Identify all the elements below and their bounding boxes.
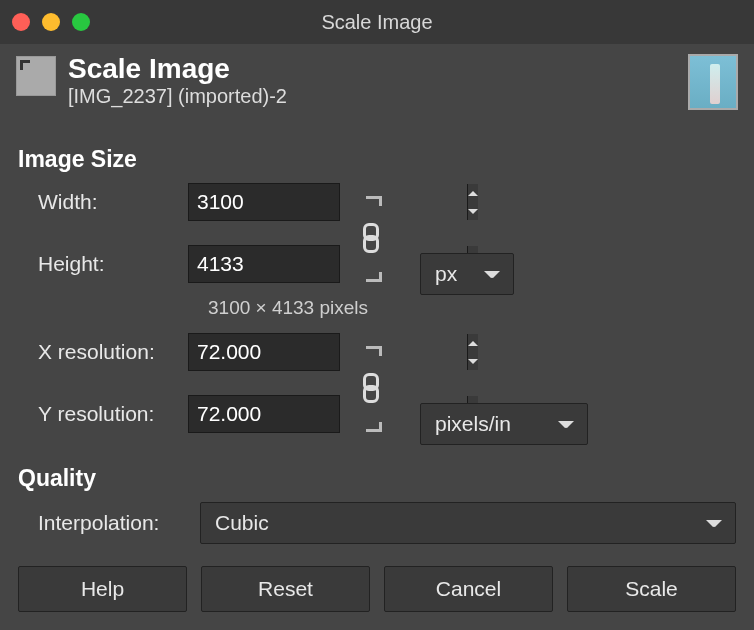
xres-label: X resolution: [18,340,188,364]
quality-heading: Quality [18,465,736,492]
titlebar: Scale Image [0,0,754,44]
interpolation-select[interactable]: Cubic [200,502,736,544]
dialog-footer: Help Reset Cancel Scale [18,566,736,612]
width-decrement-button[interactable] [468,202,478,220]
scale-button[interactable]: Scale [567,566,736,612]
scale-image-icon [16,56,56,96]
res-unit-value: pixels/in [435,412,511,436]
dialog-header: Scale Image [IMG_2237] (imported)-2 [0,44,754,114]
window-minimize-button[interactable] [42,13,60,31]
size-unit-select[interactable]: px [420,253,514,295]
res-link-toggle[interactable] [350,344,392,434]
window-title: Scale Image [0,11,754,34]
window-zoom-button[interactable] [72,13,90,31]
chevron-down-icon [559,421,573,428]
chain-icon [359,223,383,255]
xres-increment-button[interactable] [468,334,478,352]
xres-spinner[interactable] [188,333,340,371]
chevron-down-icon [485,271,499,278]
cancel-button[interactable]: Cancel [384,566,553,612]
height-spinner[interactable] [188,245,340,283]
interpolation-label: Interpolation: [18,511,200,535]
width-increment-button[interactable] [468,184,478,202]
interpolation-value: Cubic [215,511,269,535]
width-label: Width: [18,190,188,214]
xres-input[interactable] [189,334,467,370]
window-close-button[interactable] [12,13,30,31]
dialog-title: Scale Image [68,54,287,83]
chevron-down-icon [707,520,721,527]
width-spinner[interactable] [188,183,340,221]
image-thumbnail [688,54,738,110]
height-label: Height: [18,252,188,276]
res-unit-select[interactable]: pixels/in [420,403,588,445]
xres-decrement-button[interactable] [468,352,478,370]
size-unit-value: px [435,262,457,286]
reset-button[interactable]: Reset [201,566,370,612]
chain-icon [359,373,383,405]
yres-label: Y resolution: [18,402,188,426]
help-button[interactable]: Help [18,566,187,612]
dimensions-note: 3100 × 4133 pixels [208,297,736,319]
dialog-subtitle: [IMG_2237] (imported)-2 [68,85,287,108]
image-size-heading: Image Size [18,146,736,173]
width-input[interactable] [189,184,467,220]
size-link-toggle[interactable] [350,194,392,284]
yres-spinner[interactable] [188,395,340,433]
